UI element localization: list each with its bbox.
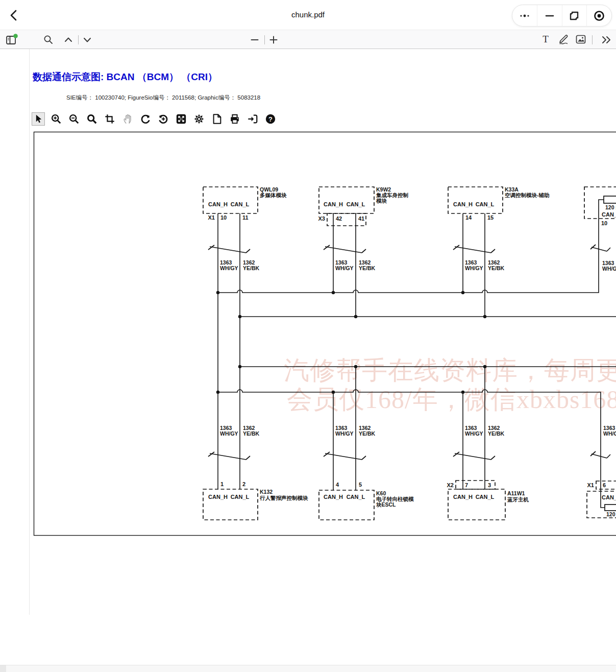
wire-color: WH/GY <box>335 265 354 271</box>
wire-color: YE/BK <box>359 430 376 437</box>
pin-l: 41 <box>358 215 364 222</box>
chevron-down-icon <box>82 35 92 45</box>
minimize-button[interactable] <box>537 5 562 26</box>
can-l-label: CAN_L <box>231 201 250 207</box>
twisted-pair-marks <box>208 245 610 460</box>
module-k132: 1 2 CAN_H CAN_L K132 行人警报声控制模块 <box>208 481 308 501</box>
wire-labels-bottom: 1363 WH/GY 1362 YE/BK 1363 WH/GY 1362 YE… <box>220 425 616 437</box>
toolbar-separator <box>78 35 79 44</box>
pin-h: 10 <box>601 220 607 226</box>
module-k60: 4 5 CAN_H CAN_L K60 电子转向柱锁模 块ESCL <box>324 482 414 508</box>
wire-color: YE/BK <box>359 265 376 271</box>
wire-color: WH/GY <box>603 430 616 437</box>
ellipsis-icon <box>518 9 531 22</box>
module-box-k9w2 <box>319 187 374 213</box>
wire-labels-top: 1363 WH/GY 1362 YE/BK 1363 WH/GY 1362 YE… <box>220 259 616 272</box>
module-a11w1: X2 7 3 CAN_H CAN_L A11W1 蓝牙主机 <box>447 482 529 502</box>
toolbar-separator <box>592 35 593 44</box>
pin-l: 3 <box>488 482 491 488</box>
can-bus-wires <box>218 200 616 508</box>
module-box-k33a <box>448 187 503 213</box>
pdf-page: 数据通信示意图: BCAN （BCM） （CRI） SIE编号： 1002307… <box>0 49 616 672</box>
restore-icon <box>568 9 581 22</box>
pin-h: 42 <box>336 215 342 222</box>
draw-annotation-button[interactable] <box>557 33 570 46</box>
can-h-label: CAN_H <box>208 494 228 500</box>
pin-h: 1 <box>220 481 224 487</box>
wire-color: YE/BK <box>243 430 260 437</box>
module-boxes <box>203 187 616 520</box>
wire-color: WH/GY <box>465 265 483 271</box>
can-h-label: CAN_H <box>453 201 473 207</box>
double-chevron-right-icon <box>600 35 612 45</box>
pdf-viewer-window: { "window": { "title": "chunk.pdf" }, "t… <box>0 0 616 672</box>
pin-h: 4 <box>336 482 339 488</box>
sidebar-icon <box>5 33 18 46</box>
resistor-bottom <box>605 505 616 511</box>
sidebar-toggle-button[interactable] <box>4 32 19 47</box>
can-l-label: CAN_L <box>347 494 365 500</box>
pin-l: 5 <box>359 482 362 488</box>
can-h-label: CAN_H <box>453 494 473 500</box>
previous-page-button[interactable] <box>62 33 75 46</box>
pdf-toolbar: / 13 100% T <box>0 30 616 49</box>
can-h-label: CAN_H <box>324 494 343 500</box>
image-annotation-button[interactable] <box>574 33 587 46</box>
connector-label: X2 <box>447 482 454 488</box>
text-annotation-button[interactable]: T <box>539 33 552 46</box>
module-desc: 多媒体模块 <box>260 192 287 198</box>
can-l-label: CAN_L <box>231 494 250 500</box>
record-button[interactable] <box>586 5 611 26</box>
pen-icon <box>557 33 570 45</box>
next-page-button[interactable] <box>81 33 94 46</box>
connector-label: X1 <box>587 482 594 488</box>
toolbar-separator <box>264 35 265 44</box>
can-l-label: CAN_L <box>476 201 495 207</box>
module-box-qwl09 <box>203 187 258 213</box>
restore-button[interactable] <box>562 5 587 26</box>
find-button[interactable] <box>42 33 55 46</box>
zoom-out-button[interactable] <box>248 33 261 46</box>
pin-h: 14 <box>465 214 472 221</box>
wire-color: YE/BK <box>243 265 260 271</box>
wire-color: WH/GY <box>335 430 354 437</box>
can-h-bus-bottom <box>218 390 605 508</box>
wire-color: WH/GY <box>602 266 616 272</box>
resistor-label: 120 Ω <box>605 204 616 210</box>
search-icon <box>43 34 54 45</box>
module-desc: 空调控制模块-辅助 <box>505 192 550 198</box>
minus-icon <box>250 35 260 45</box>
module-code: A11W1 <box>507 490 525 496</box>
can-h-label: CAN_H <box>208 201 228 207</box>
can-h-label: CAN_H <box>602 494 616 500</box>
minimize-icon <box>543 9 556 22</box>
resistor-label: 120 Ω <box>606 511 616 517</box>
module-desc: 块ESCL <box>376 501 396 508</box>
zoom-in-button[interactable] <box>267 33 280 46</box>
module-desc: 行人警报声控制模块 <box>259 495 308 501</box>
connector-label: X1 <box>208 214 215 221</box>
record-target-icon <box>593 9 606 22</box>
chevron-up-icon <box>63 35 73 45</box>
module-qwl09: QWL09 多媒体模块 CAN_H CAN_L X1 10 11 <box>208 186 287 221</box>
module-terminator-bottom: X1 6 CAN_H 120 Ω <box>587 482 616 517</box>
resistor-top <box>604 196 616 203</box>
can-h-label: CAN_H <box>602 211 616 218</box>
wiring-diagram: QWL09 多媒体模块 CAN_H CAN_L X1 10 11 K9W2 集成… <box>0 49 616 672</box>
module-desc: 蓝牙主机 <box>507 496 529 502</box>
more-tools-button[interactable] <box>599 33 613 46</box>
module-code: K132 <box>260 489 273 495</box>
module-terminator-top: 120 Ω CAN_H 10 <box>601 204 616 226</box>
pin-h: 10 <box>220 214 227 221</box>
pin-l: 2 <box>242 481 245 487</box>
module-k33a: K33A 空调控制模块-辅助 CAN_H CAN_L 14 15 <box>453 186 549 221</box>
text-tool-icon: T <box>543 34 549 45</box>
window-controls <box>512 5 612 27</box>
wire-color: WH/GY <box>220 265 238 271</box>
more-options-button[interactable] <box>512 5 537 26</box>
connector-label: X3 <box>318 215 325 222</box>
image-icon <box>575 33 587 45</box>
can-l-label: CAN_L <box>347 201 365 207</box>
module-desc: 模块 <box>376 198 387 204</box>
pin-l: 11 <box>242 214 249 221</box>
